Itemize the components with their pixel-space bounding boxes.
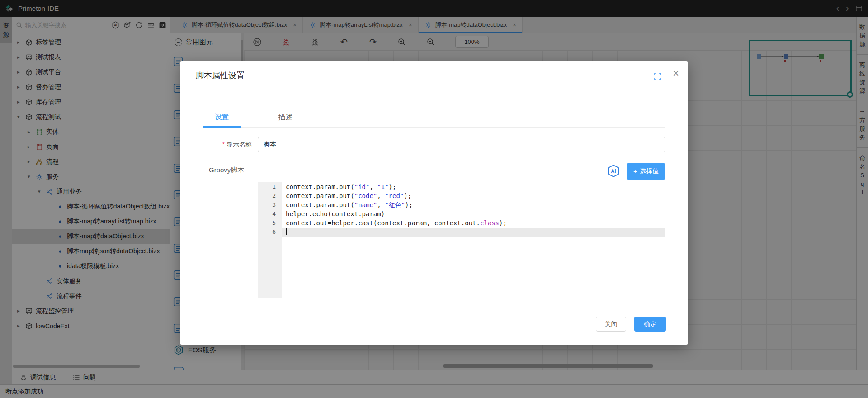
close-icon[interactable]: × (673, 68, 679, 79)
text-cursor (286, 228, 287, 235)
plus-icon: + (633, 168, 637, 175)
ai-assist-icon[interactable]: AI (607, 164, 620, 178)
dialog-tab-active[interactable]: 设置 (203, 108, 241, 127)
select-value-button[interactable]: +选择值 (627, 163, 665, 180)
line-number[interactable]: 3 (258, 201, 282, 210)
script-properties-dialog: 脚本属性设置 × 设置描述 *显示名称 Groovy脚本 AI +选择值 123… (180, 61, 688, 345)
code-line: context.out=helper.cast(context.param, c… (282, 219, 665, 228)
confirm-button[interactable]: 确定 (634, 317, 666, 332)
close-button[interactable]: 关闭 (596, 317, 626, 332)
code-line (282, 228, 665, 237)
code-line: helper.echo(context.param) (282, 210, 665, 219)
editor-gutter[interactable]: 123456 (258, 182, 282, 298)
fullscreen-icon[interactable] (654, 72, 662, 81)
code-editor[interactable]: 123456 context.param.put("id", "1");cont… (258, 182, 665, 298)
dialog-tab[interactable]: 描述 (266, 108, 305, 127)
required-marker: * (222, 141, 225, 148)
svg-text:AI: AI (611, 168, 616, 174)
line-number[interactable]: 6 (258, 228, 282, 237)
editor-code-area[interactable]: context.param.put("id", "1");context.par… (282, 182, 665, 237)
active-tab-underline (203, 126, 241, 128)
dialog-title: 脚本属性设置 (196, 70, 245, 81)
display-name-label: *显示名称 (196, 137, 252, 152)
code-line: context.param.put("code", "red"); (282, 192, 665, 201)
line-number[interactable]: 4 (258, 210, 282, 219)
display-name-input[interactable] (258, 137, 665, 152)
line-number[interactable]: 5 (258, 219, 282, 228)
line-number[interactable]: 2 (258, 192, 282, 201)
line-number[interactable]: 1 (258, 183, 282, 192)
groovy-script-label: Groovy脚本 (209, 166, 244, 175)
dialog-tabs: 设置描述 (203, 108, 305, 127)
code-line: context.param.put("id", "1"); (282, 183, 665, 192)
tabs-divider (203, 127, 665, 128)
code-line: context.param.put("name", "红色"); (282, 201, 665, 210)
